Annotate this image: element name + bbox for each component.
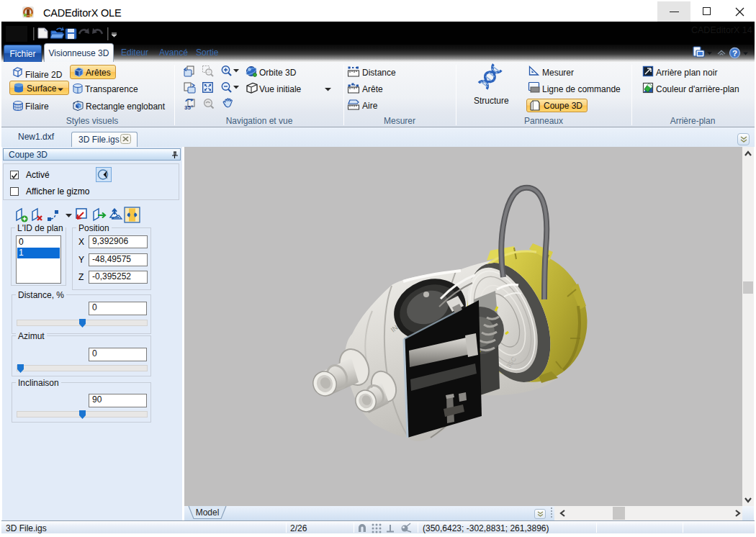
svg-text:35°: 35° — [184, 104, 193, 111]
svg-text:?: ? — [732, 49, 737, 58]
svg-text:Model: Model — [196, 507, 220, 518]
